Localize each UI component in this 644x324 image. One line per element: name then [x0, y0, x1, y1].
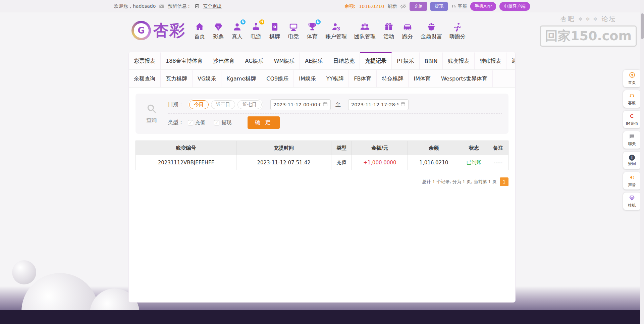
- site-watermark: 杏吧 ✻ ✼ ✻ 论坛 回家150.com: [540, 15, 637, 47]
- watermark-domain: 回家150.com: [540, 25, 637, 47]
- tab-rebate-total[interactable]: 返点总额: [506, 52, 515, 69]
- nav-item-live-casino[interactable]: N 真人: [228, 21, 247, 40]
- col-status: 状态: [460, 141, 488, 155]
- headset-icon: [451, 4, 456, 9]
- mobile-app-button[interactable]: 手机APP: [470, 2, 496, 11]
- scrollbar-thumb[interactable]: [641, 13, 644, 39]
- quick-3days-button[interactable]: 近三日: [211, 100, 235, 109]
- nav-item-home[interactable]: 首页: [190, 21, 209, 40]
- tab-yy-chess[interactable]: YY棋牌: [321, 70, 349, 87]
- live-casino-icon: N: [231, 21, 243, 33]
- logout-link[interactable]: 安全退出: [203, 3, 222, 9]
- tab-temian-chess[interactable]: 特免棋牌: [377, 70, 409, 87]
- tab-vg-casino[interactable]: VG娱乐: [193, 70, 221, 87]
- quick-7days-button[interactable]: 近七日: [237, 100, 262, 109]
- nav-item-hi-paofen[interactable]: 嗨跑分: [446, 21, 469, 40]
- calendar-icon[interactable]: [400, 102, 406, 108]
- float-chat-button[interactable]: 聊天: [623, 131, 641, 149]
- paofen-car-icon: [402, 21, 413, 33]
- main-nav: 首页 彩票 N 真人 H 电游 棋牌 电竞: [190, 21, 469, 40]
- tab-188-sports[interactable]: 188金宝博体育: [161, 52, 208, 69]
- tab-ag-casino[interactable]: AG娱乐: [240, 52, 269, 69]
- tab-wesports[interactable]: Wesports世界体育: [436, 70, 493, 87]
- tab-cq9-casino[interactable]: CQ9娱乐: [261, 70, 294, 87]
- float-service-button[interactable]: 客服: [623, 90, 641, 108]
- nav-item-esports[interactable]: 电竞: [284, 21, 303, 40]
- nav-item-paofen[interactable]: 跑分: [398, 21, 417, 40]
- float-sound-button[interactable]: 声音: [623, 172, 641, 190]
- tab-im-casino[interactable]: IM娱乐: [294, 70, 321, 87]
- wealth-pot-icon: [426, 21, 437, 33]
- tab-lottery-report[interactable]: 彩票报表: [129, 52, 161, 69]
- customer-service-link[interactable]: 客服: [451, 3, 467, 9]
- table-header-row: 账变编号 充提时间 类型 金额/元 余额 状态 备注: [136, 141, 508, 155]
- deposit-checkbox[interactable]: ✓: [188, 120, 193, 125]
- pagination: 总计 1 个记录, 分为 1 页, 当前第 1 页 1: [136, 177, 508, 186]
- date-to-input[interactable]: [351, 102, 398, 107]
- tab-deposit-withdraw-records[interactable]: 充提记录: [360, 52, 392, 69]
- type-deposit-option[interactable]: ✓ 充值: [188, 119, 205, 126]
- quick-today-button[interactable]: 今日: [189, 100, 209, 109]
- refresh-link[interactable]: 刷新: [387, 3, 397, 9]
- report-tabs-row-1: 彩票报表 188金宝博体育 沙巴体育 AG娱乐 WM娱乐 AE娱乐 日结总览 充…: [129, 52, 515, 70]
- balance-value: 1016.0210: [359, 4, 384, 9]
- float-question-button[interactable]: ! 疑问: [623, 152, 641, 169]
- tab-shaba-sports[interactable]: 沙巴体育: [208, 52, 240, 69]
- tab-wali-chess[interactable]: 瓦力棋牌: [161, 70, 193, 87]
- floating-side-menu: 首页 客服 IM充值 聊天 ! 疑问 声音 挂机: [623, 70, 641, 210]
- tab-balance-query[interactable]: 余额查询: [129, 70, 161, 87]
- tab-fb-sports[interactable]: FB体育: [349, 70, 377, 87]
- headset-icon: [629, 93, 635, 100]
- withdraw-checkbox[interactable]: ✓: [214, 120, 219, 125]
- float-home-button[interactable]: 首页: [623, 70, 641, 87]
- tab-daily-summary[interactable]: 日结总览: [328, 52, 360, 69]
- eye-off-icon[interactable]: [400, 3, 406, 9]
- date-from-input[interactable]: [273, 102, 321, 107]
- envelope-icon[interactable]: [159, 4, 164, 9]
- tab-pt-casino[interactable]: PT娱乐: [392, 52, 419, 69]
- type-withdraw-option[interactable]: ✓ 提现: [214, 119, 231, 126]
- nav-item-team-management[interactable]: 团队管理: [351, 21, 379, 40]
- nav-item-sports[interactable]: N 体育: [303, 21, 322, 40]
- nav-item-wealth[interactable]: 金鼎财富: [417, 21, 446, 40]
- note-check-icon[interactable]: [195, 4, 200, 9]
- im-recharge-icon: [629, 113, 635, 120]
- nav-item-account-management[interactable]: 账户管理: [322, 21, 351, 40]
- deposit-button[interactable]: 充值: [410, 2, 427, 11]
- tab-im-sports[interactable]: IM体育: [409, 70, 436, 87]
- confirm-button[interactable]: 确 定: [248, 116, 280, 129]
- cell-remark: -----: [488, 155, 508, 170]
- cell-amount: +1,000.0000: [352, 155, 408, 170]
- tab-ae-casino[interactable]: AE娱乐: [300, 52, 328, 69]
- site-logo[interactable]: G 杏彩: [131, 20, 185, 41]
- date-filter-row: 日期： 今日 近三日 近七日 至: [168, 96, 502, 114]
- nav-item-activity[interactable]: 活动: [379, 21, 398, 40]
- watermark-right: 论坛: [602, 15, 616, 23]
- nav-item-chess[interactable]: 棋牌: [265, 21, 284, 40]
- scrollbar-track[interactable]: [640, 0, 644, 324]
- team-management-icon: [359, 21, 371, 33]
- withdraw-button[interactable]: 提现: [430, 2, 448, 11]
- site-header: G 杏彩 首页 彩票 N 真人 H 电游 棋牌: [114, 18, 530, 43]
- tab-kgame-chess[interactable]: Kgame棋牌: [221, 70, 261, 87]
- type-label: 类型：: [168, 119, 184, 126]
- tab-account-change-report[interactable]: 账变报表: [443, 52, 475, 69]
- hot-badge: H: [259, 19, 264, 24]
- calendar-icon[interactable]: [323, 102, 328, 108]
- float-im-recharge-button[interactable]: IM充值: [623, 111, 641, 128]
- wing-ornament-icon: ✻ ✼ ✻: [578, 16, 598, 22]
- decor-ball: [12, 260, 36, 284]
- welcome-text: 欢迎您，hadesado: [114, 3, 156, 9]
- activity-icon: [383, 21, 394, 33]
- to-label: 至: [335, 101, 341, 108]
- page-1-button[interactable]: 1: [500, 177, 508, 186]
- nav-item-egames[interactable]: H 电游: [247, 21, 265, 40]
- records-table: 账变编号 充提时间 类型 金额/元 余额 状态 备注 20231112VBBJE…: [136, 141, 508, 170]
- tab-wm-casino[interactable]: WM娱乐: [269, 52, 300, 69]
- tab-bbin[interactable]: BBIN: [420, 52, 443, 69]
- pc-client-button[interactable]: 电脑客户端: [499, 2, 530, 11]
- exclamation-icon: !: [629, 155, 635, 161]
- tab-transfer-report[interactable]: 转账报表: [475, 52, 506, 69]
- nav-item-lottery[interactable]: 彩票: [209, 21, 228, 40]
- float-afk-button[interactable]: 挂机: [623, 193, 641, 210]
